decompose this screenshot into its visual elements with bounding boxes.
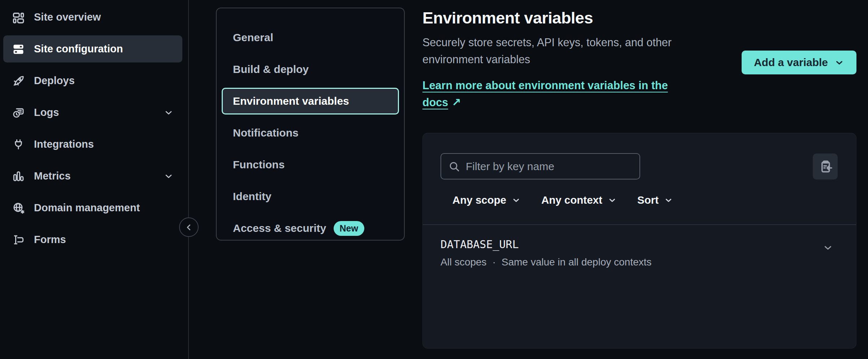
bar-chart-icon — [12, 170, 25, 183]
config-nav-label: Build & deploy — [233, 63, 309, 75]
config-nav-environment-variables[interactable]: Environment variables — [222, 88, 399, 114]
filter-key-name-input[interactable] — [440, 153, 640, 180]
chevron-down-icon[interactable] — [823, 242, 833, 253]
app-root: Site overview Site configuration Deploys — [0, 0, 868, 359]
sidebar-item-forms[interactable]: Forms — [3, 226, 182, 253]
config-nav-access-security[interactable]: Access & security New — [222, 215, 399, 242]
config-nav-label: Functions — [233, 159, 285, 171]
sidebar-item-domain-management[interactable]: Domain management — [3, 194, 182, 221]
sidebar-item-label: Deploys — [34, 75, 75, 87]
environment-variables-panel: Any scope Any context Sort DATABASE_URL … — [422, 133, 856, 349]
scope-filter-label: Any scope — [452, 194, 506, 206]
new-badge: New — [334, 221, 364, 236]
sidebar-item-label: Metrics — [34, 170, 71, 182]
config-nav-label: General — [233, 31, 273, 44]
chevron-down-icon — [164, 108, 174, 118]
config-nav-notifications[interactable]: Notifications — [222, 120, 399, 146]
sidebar-item-site-configuration[interactable]: Site configuration — [3, 35, 182, 62]
sidebar-item-deploys[interactable]: Deploys — [3, 67, 182, 94]
grid-icon — [12, 11, 25, 24]
sidebar-item-site-overview[interactable]: Site overview — [3, 4, 182, 31]
sidebar-item-label: Logs — [34, 107, 59, 118]
add-variable-button[interactable]: Add a variable — [742, 51, 856, 74]
import-env-button[interactable] — [813, 153, 838, 180]
sidebar-item-logs[interactable]: Logs — [3, 99, 182, 126]
config-nav-build-deploy[interactable]: Build & deploy — [222, 56, 399, 83]
chevron-down-icon — [512, 196, 521, 205]
config-nav-label: Access & security — [233, 222, 326, 234]
sidebar-item-label: Forms — [34, 234, 66, 246]
sidebar: Site overview Site configuration Deploys — [0, 0, 189, 359]
variable-row-database-url[interactable]: DATABASE_URL All scopes · Same value in … — [440, 225, 838, 268]
context-filter-label: Any context — [541, 194, 602, 206]
search-wrap — [440, 153, 640, 180]
variable-scopes: All scopes — [440, 256, 487, 268]
input-field-icon — [12, 233, 25, 246]
config-nav-functions[interactable]: Functions — [222, 151, 399, 178]
sidebar-item-label: Domain management — [34, 202, 140, 214]
config-nav-label: Identity — [233, 190, 272, 203]
external-link-arrow-icon: ↗ — [452, 96, 461, 108]
context-filter-dropdown[interactable]: Any context — [541, 194, 617, 206]
chevron-down-icon — [164, 171, 174, 181]
sidebar-item-metrics[interactable]: Metrics — [3, 163, 182, 190]
sidebar-item-label: Integrations — [34, 138, 94, 150]
sidebar-item-integrations[interactable]: Integrations — [3, 131, 182, 158]
variable-contexts: Same value in all deploy contexts — [502, 256, 652, 268]
logs-clock-icon — [12, 106, 25, 119]
chevron-down-icon — [834, 58, 844, 68]
import-clipboard-icon — [818, 159, 833, 174]
config-nav-identity[interactable]: Identity — [222, 183, 399, 210]
chevron-down-icon — [664, 196, 673, 205]
scope-filter-dropdown[interactable]: Any scope — [452, 194, 521, 206]
page-description: Securely store secrets, API keys, tokens… — [422, 34, 696, 68]
variable-meta: All scopes · Same value in all deploy co… — [440, 256, 838, 268]
rocket-icon — [12, 74, 25, 87]
site-configuration-nav: General Build & deploy Environment varia… — [216, 8, 405, 241]
config-nav-label: Notifications — [233, 127, 299, 139]
variable-key: DATABASE_URL — [440, 238, 838, 251]
sidebar-item-label: Site configuration — [34, 43, 123, 55]
chevron-left-icon — [184, 222, 194, 232]
page-header: Environment variables Securely store sec… — [422, 9, 696, 111]
sort-label: Sort — [637, 194, 659, 206]
chevron-down-icon — [608, 196, 617, 205]
collapse-sidebar-button[interactable] — [179, 217, 199, 237]
docs-link[interactable]: Learn more about environment variables i… — [422, 77, 696, 111]
meta-separator: · — [492, 256, 496, 268]
search-row — [440, 153, 838, 180]
config-nav-general[interactable]: General — [222, 24, 399, 51]
config-nav-label: Environment variables — [233, 95, 349, 107]
page-title: Environment variables — [422, 9, 696, 27]
sidebar-item-label: Site overview — [34, 11, 101, 23]
sort-dropdown[interactable]: Sort — [637, 194, 673, 206]
plug-icon — [12, 138, 25, 151]
globe-icon — [12, 202, 25, 215]
server-icon — [12, 43, 25, 56]
add-variable-label: Add a variable — [754, 56, 828, 69]
filter-row: Any scope Any context Sort — [452, 193, 838, 208]
